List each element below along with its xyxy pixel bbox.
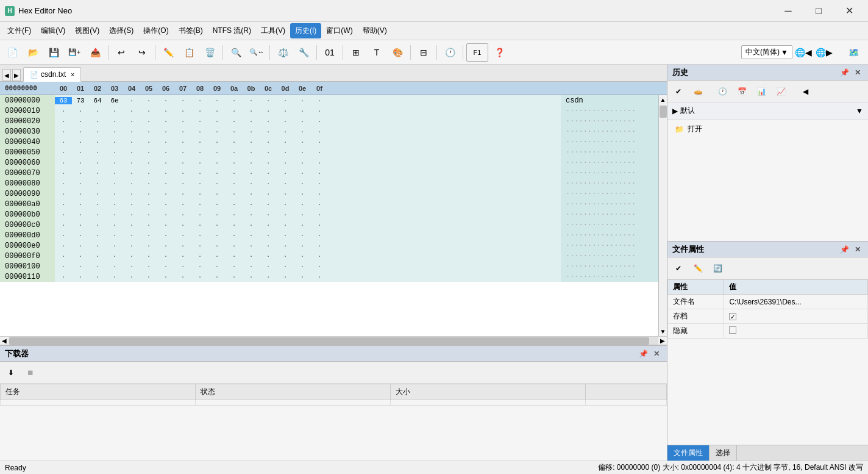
hex-row-text[interactable]: ················ bbox=[561, 137, 658, 147]
hex-byte[interactable]: · bbox=[174, 107, 191, 115]
hex-byte[interactable]: · bbox=[157, 201, 174, 208]
hex-byte[interactable]: · bbox=[157, 253, 174, 260]
downloader-close-button[interactable]: ✕ bbox=[651, 348, 662, 359]
hex-byte[interactable]: · bbox=[311, 253, 328, 260]
hex-byte[interactable]: · bbox=[277, 97, 294, 104]
hex-row-text[interactable]: ················ bbox=[561, 261, 658, 271]
hex-byte[interactable]: · bbox=[123, 170, 140, 177]
hex-row-bytes[interactable]: ················ bbox=[55, 251, 561, 261]
hex-byte[interactable]: · bbox=[140, 263, 157, 270]
hex-byte[interactable]: · bbox=[243, 180, 260, 187]
hex-byte[interactable]: · bbox=[89, 170, 106, 177]
hex-byte[interactable]: · bbox=[106, 232, 123, 239]
hex-byte[interactable]: · bbox=[140, 273, 157, 281]
hex-row[interactable]: 000000f0································ bbox=[0, 251, 658, 261]
hex-byte[interactable]: · bbox=[294, 97, 311, 104]
hex-byte[interactable]: · bbox=[294, 211, 311, 218]
hex-byte[interactable]: · bbox=[191, 180, 208, 187]
hex-byte[interactable]: · bbox=[106, 242, 123, 250]
hex-byte[interactable]: · bbox=[243, 211, 260, 218]
hex-byte[interactable]: · bbox=[226, 273, 243, 281]
save-as-button[interactable]: 💾+ bbox=[65, 43, 84, 62]
hex-byte[interactable]: · bbox=[226, 138, 243, 146]
history-open-item[interactable]: 📁 打开 bbox=[670, 122, 866, 136]
hex-byte[interactable]: · bbox=[243, 273, 260, 281]
hex-byte[interactable]: · bbox=[226, 263, 243, 270]
horizontal-scrollbar[interactable] bbox=[9, 337, 658, 345]
hex-row-text[interactable]: ················ bbox=[561, 126, 658, 137]
hex-byte[interactable]: · bbox=[140, 221, 157, 229]
hex-byte[interactable]: · bbox=[226, 253, 243, 260]
hex-row-bytes[interactable]: ················ bbox=[55, 220, 561, 230]
hex-byte[interactable]: · bbox=[157, 159, 174, 167]
hex-byte[interactable]: · bbox=[294, 180, 311, 187]
hex-byte[interactable]: · bbox=[260, 201, 277, 208]
props-edit-btn[interactable]: ✏️ bbox=[689, 260, 706, 276]
hex-byte[interactable]: · bbox=[226, 149, 243, 156]
file-tab[interactable]: 📄 csdn.txt × bbox=[23, 67, 81, 82]
hex-byte[interactable]: · bbox=[55, 149, 72, 156]
hex-byte[interactable]: · bbox=[226, 201, 243, 208]
hex-row[interactable]: 00000030································ bbox=[0, 126, 658, 137]
hex-row-bytes[interactable]: ················ bbox=[55, 126, 561, 137]
props-refresh-btn[interactable]: 🔄 bbox=[709, 260, 726, 276]
hex-byte[interactable]: · bbox=[89, 118, 106, 125]
hex-byte[interactable]: · bbox=[123, 201, 140, 208]
hex-byte[interactable]: · bbox=[208, 273, 226, 281]
hex-row-bytes[interactable]: ················ bbox=[55, 178, 561, 189]
hex-byte[interactable]: · bbox=[191, 107, 208, 115]
hex-byte[interactable]: · bbox=[123, 97, 140, 104]
hex-byte[interactable]: · bbox=[311, 263, 328, 270]
hex-byte[interactable]: · bbox=[311, 190, 328, 198]
hex-byte[interactable]: · bbox=[260, 242, 277, 250]
h-scroll-thumb[interactable] bbox=[9, 337, 649, 345]
hex-byte[interactable]: · bbox=[277, 170, 294, 177]
hex-row[interactable]: 000000d0································ bbox=[0, 230, 658, 240]
hex-byte[interactable]: · bbox=[243, 149, 260, 156]
filter-dropdown[interactable]: ▼ bbox=[856, 107, 863, 115]
hex-row[interactable]: 000000c0································ bbox=[0, 220, 658, 230]
hex-byte[interactable]: · bbox=[191, 263, 208, 270]
hex-byte[interactable]: · bbox=[174, 242, 191, 250]
hex-byte[interactable]: · bbox=[55, 221, 72, 229]
hex-byte[interactable]: · bbox=[174, 180, 191, 187]
hex-row-text[interactable]: ················ bbox=[561, 230, 658, 240]
hex-byte[interactable]: · bbox=[123, 232, 140, 239]
hex-byte[interactable]: · bbox=[191, 232, 208, 239]
hex-byte[interactable]: · bbox=[174, 128, 191, 135]
hex-byte[interactable]: · bbox=[260, 263, 277, 270]
hex-byte[interactable]: · bbox=[208, 118, 226, 125]
hex-byte[interactable]: · bbox=[243, 263, 260, 270]
hex-byte[interactable]: · bbox=[55, 232, 72, 239]
patch-button[interactable]: 🔧 bbox=[294, 43, 313, 62]
hex-byte[interactable]: · bbox=[106, 159, 123, 167]
hex-row-text[interactable]: ················ bbox=[561, 106, 658, 116]
hist-graph-btn[interactable]: 📈 bbox=[772, 84, 789, 99]
scroll-up-arrow[interactable]: ▲ bbox=[659, 95, 667, 104]
hex-byte[interactable]: · bbox=[208, 170, 226, 177]
hex-byte[interactable]: · bbox=[294, 253, 311, 260]
hex-byte[interactable]: · bbox=[311, 128, 328, 135]
hex-byte[interactable]: · bbox=[260, 180, 277, 187]
menu-item-edit[interactable]: 编辑(V) bbox=[36, 23, 70, 38]
hex-byte[interactable]: · bbox=[191, 242, 208, 250]
hex-byte[interactable]: · bbox=[55, 273, 72, 281]
hex-byte[interactable]: · bbox=[72, 149, 89, 156]
hex-byte[interactable]: · bbox=[226, 107, 243, 115]
hex-byte[interactable]: · bbox=[140, 97, 157, 104]
export-button[interactable]: 📤 bbox=[85, 43, 105, 62]
hex-byte[interactable]: · bbox=[191, 201, 208, 208]
hex-byte[interactable]: · bbox=[208, 159, 226, 167]
hex-byte[interactable]: · bbox=[72, 170, 89, 177]
hex-row[interactable]: 00000080································ bbox=[0, 178, 658, 189]
hex-byte[interactable]: · bbox=[89, 180, 106, 187]
hex-byte[interactable]: · bbox=[89, 128, 106, 135]
history-close-button[interactable]: ✕ bbox=[852, 67, 863, 78]
hex-byte[interactable]: · bbox=[55, 201, 72, 208]
hex-byte[interactable]: · bbox=[174, 221, 191, 229]
hex-byte[interactable]: · bbox=[294, 138, 311, 146]
hex-byte[interactable]: · bbox=[311, 273, 328, 281]
props-close-button[interactable]: ✕ bbox=[852, 244, 863, 255]
hex-byte[interactable]: · bbox=[277, 242, 294, 250]
hex-byte[interactable]: · bbox=[208, 107, 226, 115]
